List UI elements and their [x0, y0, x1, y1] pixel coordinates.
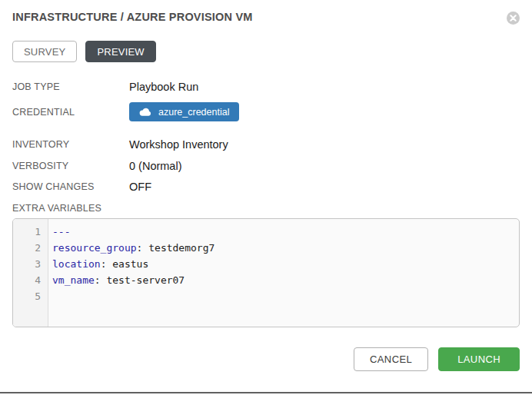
yaml-separator: : — [137, 242, 149, 254]
job-type-label: JOB TYPE — [12, 81, 129, 92]
yaml-key: vm_name — [52, 274, 95, 286]
show-changes-label: SHOW CHANGES — [12, 181, 129, 192]
code-line — [52, 288, 519, 304]
tab-preview[interactable]: PREVIEW — [85, 41, 155, 62]
job-type-value: Playbook Run — [129, 81, 198, 93]
yaml-key: resource_group — [52, 242, 137, 254]
close-icon[interactable] — [507, 12, 520, 25]
tab-survey[interactable]: SURVEY — [12, 41, 77, 62]
editor-line-numbers: 1 2 3 4 5 — [13, 219, 48, 327]
inventory-label: INVENTORY — [12, 139, 129, 150]
yaml-separator: : — [95, 274, 107, 286]
yaml-value: eastus — [112, 258, 148, 270]
launch-button[interactable]: LAUNCH — [438, 347, 520, 371]
code-line: vm_name: test-server07 — [52, 272, 519, 288]
row-show-changes: SHOW CHANGES OFF — [12, 180, 520, 194]
line-number: 5 — [13, 288, 41, 304]
editor-code-area[interactable]: --- resource_group: testdemorg7 location… — [48, 219, 519, 327]
yaml-key: location — [52, 258, 101, 270]
modal-footer: CANCEL LAUNCH — [12, 347, 520, 371]
page-bottom-divider — [0, 392, 532, 393]
page-title: INFRASTRUCTURE / AZURE PROVISION VM — [12, 11, 253, 23]
code-line: location: eastus — [52, 256, 519, 272]
line-number: 2 — [13, 240, 41, 256]
yaml-separator: : — [101, 258, 113, 270]
launch-preview-modal: INFRASTRUCTURE / AZURE PROVISION VM SURV… — [0, 0, 532, 395]
inventory-value: Workshop Inventory — [129, 138, 228, 151]
tab-bar: SURVEY PREVIEW — [12, 41, 520, 62]
extra-variables-editor[interactable]: 1 2 3 4 5 --- resource_group: testdemorg… — [12, 218, 520, 327]
row-job-type: JOB TYPE Playbook Run — [12, 80, 520, 94]
cloud-icon — [139, 108, 151, 116]
row-credential: CREDENTIAL azure_credential — [12, 102, 520, 121]
show-changes-value: OFF — [129, 181, 151, 193]
line-number: 3 — [13, 256, 41, 272]
row-inventory: INVENTORY Workshop Inventory — [12, 138, 520, 151]
line-number: 4 — [13, 272, 41, 288]
credential-badge[interactable]: azure_credential — [129, 102, 239, 121]
verbosity-value: 0 (Normal) — [129, 160, 181, 172]
yaml-value: testdemorg7 — [148, 242, 214, 254]
yaml-value: test-server07 — [106, 274, 185, 286]
modal-header: INFRASTRUCTURE / AZURE PROVISION VM — [12, 11, 520, 26]
line-number: 1 — [13, 224, 41, 240]
credential-badge-label: azure_credential — [158, 107, 229, 118]
cancel-button[interactable]: CANCEL — [354, 347, 428, 371]
verbosity-label: VERBOSITY — [12, 161, 129, 171]
code-line: resource_group: testdemorg7 — [52, 240, 519, 256]
extra-variables-label: EXTRA VARIABLES — [12, 202, 520, 214]
row-verbosity: VERBOSITY 0 (Normal) — [12, 159, 520, 173]
yaml-key: --- — [52, 226, 70, 237]
job-details: JOB TYPE Playbook Run CREDENTIAL azure_c… — [12, 80, 520, 194]
credential-label: CREDENTIAL — [12, 107, 129, 118]
code-line: --- — [52, 224, 519, 240]
